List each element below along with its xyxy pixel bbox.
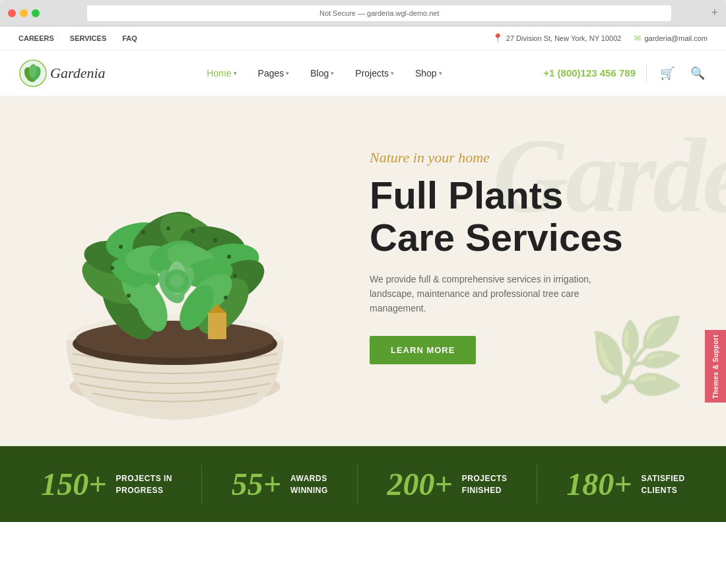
- website-container: CAREERS SERVICES FAQ 📍 27 Division St, N…: [0, 26, 726, 588]
- nav-links: Home ▾ Pages ▾ Blog ▾ Projects ▾ Shop ▾: [199, 63, 449, 84]
- stat-divider-3: [537, 465, 537, 504]
- svg-point-39: [227, 255, 231, 259]
- stat-label-clients: SATISFIED CLIENTS: [642, 473, 685, 496]
- blog-chevron: ▾: [331, 70, 334, 77]
- hero-content: Nature in your home Full Plants Care Ser…: [370, 149, 673, 364]
- svg-point-33: [110, 266, 114, 270]
- nav-projects[interactable]: Projects ▾: [347, 63, 402, 84]
- hero-title-line2: Care Services: [370, 216, 623, 259]
- stat-number-projects-progress: 150+: [41, 469, 106, 500]
- utility-bar: CAREERS SERVICES FAQ 📍 27 Division St, N…: [0, 26, 726, 50]
- stat-projects-finished: 200+ PROJECTS FINISHED: [387, 469, 507, 500]
- svg-point-32: [127, 294, 131, 298]
- nav-pages[interactable]: Pages ▾: [250, 63, 298, 84]
- home-chevron: ▾: [234, 70, 237, 77]
- browser-dots: [8, 9, 40, 17]
- learn-more-button[interactable]: LEARN MORE: [370, 336, 476, 364]
- nav-shop-label: Shop: [415, 68, 437, 79]
- svg-point-37: [191, 229, 195, 233]
- stat-number-awards: 55+: [232, 469, 281, 500]
- side-support-button[interactable]: Themes & Support: [705, 330, 726, 403]
- address-bar[interactable]: Not Secure — garderia.wgl-demo.net: [87, 5, 671, 21]
- phone-number: +1 (800)123 456 789: [543, 67, 636, 79]
- stat-divider-1: [201, 465, 202, 504]
- nav-projects-label: Projects: [355, 68, 389, 79]
- email-icon: ✉: [634, 34, 641, 43]
- stat-clients: 180+ SATISFIED CLIENTS: [566, 469, 685, 500]
- logo-text: Gardenia: [50, 65, 106, 82]
- nav-shop[interactable]: Shop ▾: [407, 63, 450, 84]
- new-tab-button[interactable]: +: [711, 6, 718, 20]
- svg-point-40: [233, 274, 237, 278]
- nav-divider: [646, 64, 647, 82]
- faq-link[interactable]: FAQ: [122, 34, 137, 42]
- careers-link[interactable]: CAREERS: [18, 34, 54, 42]
- shop-chevron: ▾: [439, 70, 442, 77]
- stat-number-clients: 180+: [566, 469, 632, 500]
- browser-chrome: Not Secure — garderia.wgl-demo.net +: [0, 0, 726, 26]
- nav-home-label: Home: [207, 68, 231, 79]
- succulent-svg: [13, 103, 337, 446]
- services-link[interactable]: SERVICES: [70, 34, 106, 42]
- hero-title: Full Plants Care Services: [370, 174, 673, 259]
- svg-point-41: [224, 296, 228, 300]
- maximize-dot[interactable]: [32, 9, 40, 17]
- logo-svg: [18, 59, 48, 88]
- address-text: 27 Division St, New York, NY 10002: [506, 34, 622, 42]
- nav-home[interactable]: Home ▾: [199, 63, 244, 84]
- pages-chevron: ▾: [286, 70, 289, 77]
- main-nav: Gardenia Home ▾ Pages ▾ Blog ▾ Projects …: [0, 50, 726, 96]
- hero-subtitle: Nature in your home: [370, 149, 673, 166]
- logo[interactable]: Gardenia: [18, 59, 106, 88]
- nav-blog-label: Blog: [310, 68, 329, 79]
- svg-point-38: [213, 238, 217, 242]
- stat-label-projects-finished: PROJECTS FINISHED: [462, 473, 508, 496]
- svg-point-7: [76, 321, 274, 358]
- svg-rect-42: [208, 313, 226, 339]
- nav-right: +1 (800)123 456 789 🛒 🔍: [543, 63, 708, 83]
- location-icon: 📍: [492, 33, 503, 43]
- svg-point-31: [170, 275, 183, 288]
- url-text: Not Secure — garderia.wgl-demo.net: [319, 9, 440, 17]
- address-info: 📍 27 Division St, New York, NY 10002: [492, 33, 622, 43]
- projects-chevron: ▾: [391, 70, 394, 77]
- stats-bar: 150+ PROJECTS IN PROGRESS 55+ AWARDS WIN…: [0, 446, 726, 522]
- utility-nav: CAREERS SERVICES FAQ: [18, 34, 137, 42]
- hero-description: We provide full & comprehensive services…: [370, 272, 594, 316]
- svg-point-34: [119, 245, 123, 249]
- stat-divider-2: [357, 465, 358, 504]
- plant-illustration: [13, 103, 337, 446]
- minimize-dot[interactable]: [20, 9, 28, 17]
- stat-awards: 55+ AWARDS WINNING: [232, 469, 328, 500]
- svg-point-36: [166, 226, 170, 230]
- search-icon[interactable]: 🔍: [688, 63, 708, 83]
- email-info: ✉ garderia@mail.com: [634, 34, 708, 43]
- nav-pages-label: Pages: [258, 68, 284, 79]
- cart-icon[interactable]: 🛒: [657, 63, 677, 83]
- stat-number-projects-finished: 200+: [387, 469, 452, 500]
- close-dot[interactable]: [8, 9, 16, 17]
- hero-section: Garde: [0, 96, 726, 446]
- utility-contact: 📍 27 Division St, New York, NY 10002 ✉ g…: [492, 33, 708, 43]
- stat-label-awards: AWARDS WINNING: [290, 473, 328, 496]
- hero-title-line1: Full Plants: [370, 174, 563, 216]
- stat-projects-progress: 150+ PROJECTS IN PROGRESS: [41, 469, 172, 500]
- svg-point-35: [141, 230, 145, 234]
- nav-blog[interactable]: Blog ▾: [302, 63, 342, 84]
- email-text: garderia@mail.com: [644, 34, 708, 42]
- stat-label-projects-progress: PROJECTS IN PROGRESS: [116, 473, 173, 496]
- side-support-label: Themes & Support: [712, 335, 719, 399]
